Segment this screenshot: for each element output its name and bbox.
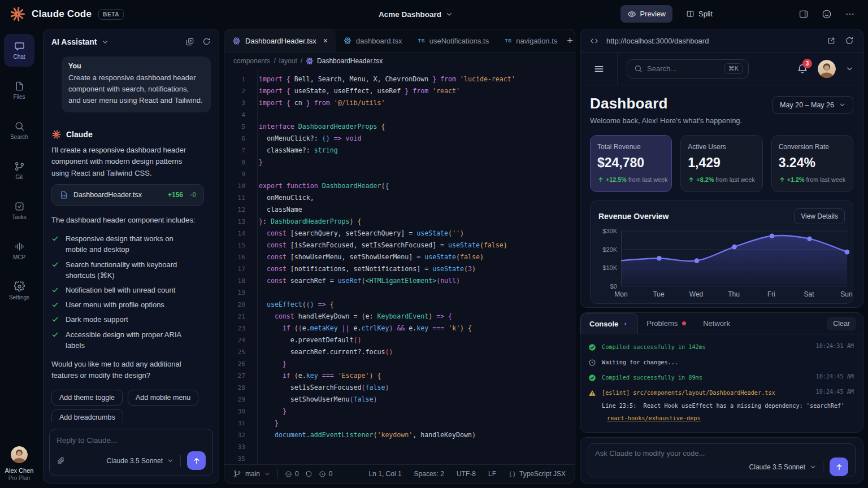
rail-item-tasks[interactable]: Tasks	[4, 194, 34, 227]
rail-item-git[interactable]: Git	[4, 154, 34, 187]
encoding[interactable]: UTF-8	[457, 470, 476, 478]
model-selector[interactable]: Claude 3.5 Sonnet	[107, 457, 174, 465]
cursor-position[interactable]: Ln 1, Col 1	[369, 470, 402, 478]
rail-user[interactable]: Alex Chen Pro Plan	[5, 446, 34, 481]
new-tab-button[interactable]: +	[565, 29, 575, 52]
chat-icon	[14, 41, 25, 51]
assistant-selector[interactable]: AI Assistant	[51, 37, 109, 46]
preview-panel: http://localhost:3000/dashboard Search..…	[580, 29, 863, 308]
code-line-text: const searchRef = useRef(<HTMLigantEleme…	[245, 275, 460, 287]
menu-button[interactable]	[580, 53, 618, 85]
breadcrumb: components/layout/DashboardHeader.tsx	[224, 53, 575, 69]
new-window-icon[interactable]	[185, 37, 194, 46]
view-details-button[interactable]: View Details	[794, 208, 845, 224]
line-number: 14	[224, 228, 245, 239]
reload-icon[interactable]	[845, 36, 854, 45]
console-tab-console[interactable]: Console	[580, 313, 638, 334]
notifications-button[interactable]: 3	[797, 63, 808, 75]
rail-item-settings[interactable]: Settings	[4, 274, 34, 307]
refresh-icon[interactable]	[202, 37, 211, 46]
code-line: 30 }	[224, 406, 575, 417]
line-number: 30	[224, 406, 245, 417]
suggestion-chip[interactable]: Add breadcrumbs	[51, 409, 123, 422]
more-options-button[interactable]	[841, 5, 859, 23]
date-range-picker[interactable]: May 20 – May 26	[772, 96, 853, 114]
rail-item-mcp[interactable]: MCP	[4, 234, 34, 267]
ask-send-button[interactable]	[830, 457, 848, 476]
code-line: 25 searchRef.current?.focus()	[224, 346, 575, 358]
rail-item-chat[interactable]: Chat	[4, 34, 34, 67]
tasks-icon	[14, 201, 25, 212]
editor-tab-useNotifications.ts[interactable]: TSuseNotifications.ts	[410, 29, 497, 52]
y-tick-label: $10K	[602, 264, 617, 271]
clear-console-button[interactable]: Clear	[827, 317, 856, 330]
send-button[interactable]	[187, 451, 206, 470]
project-switcher[interactable]: Acme Dashboard	[379, 0, 453, 28]
console-tab-label: Problems	[646, 319, 678, 328]
branch-name[interactable]: main	[245, 470, 260, 478]
code-line: 15 const [isSearchFocused, setIsSearchFo…	[224, 239, 575, 251]
line-number: 6	[224, 133, 245, 145]
reply-input[interactable]: Reply to Claude... Claude 3.5 Sonnet	[49, 429, 213, 476]
code-line-text: import { Bell, Search, Menu, X, ChevronD…	[245, 73, 515, 85]
suggestion-chip[interactable]: Add mobile menu	[128, 390, 198, 406]
breadcrumb-segment[interactable]: layout	[279, 57, 297, 65]
line-number: 29	[224, 394, 245, 406]
preview-user-avatar[interactable]	[818, 60, 836, 78]
url-input[interactable]: http://localhost:3000/dashboard	[606, 37, 709, 45]
code-line-text: interface DashboardHeaderProps {	[245, 121, 385, 133]
ask-model-selector[interactable]: Claude 3.5 Sonnet	[749, 463, 817, 471]
search-placeholder: Search...	[647, 64, 676, 73]
check-icon	[51, 233, 59, 255]
rail-item-files[interactable]: Files	[4, 74, 34, 107]
console-tab-problems[interactable]: Problems	[638, 313, 695, 334]
code-line: 13}: DashboardHeaderProps) {	[224, 216, 575, 228]
line-number: 8	[224, 156, 245, 168]
feature-checklist: Responsive design that works on mobile a…	[51, 233, 211, 351]
file-chip-name: DashboardHeader.tsx	[73, 191, 142, 199]
panel-layout-button[interactable]	[795, 5, 813, 23]
language-mode[interactable]: TypeScript JSX	[509, 470, 566, 478]
eslint-rule-link[interactable]: react-hooks/exhaustive-deps	[607, 415, 701, 421]
code-editor[interactable]: 1import { Bell, Search, Menu, X, Chevron…	[224, 69, 575, 464]
diff-additions: +156	[168, 191, 183, 199]
ask-input[interactable]: Ask Claude to modify your code... Claude…	[588, 443, 856, 477]
feedback-button[interactable]	[818, 5, 836, 23]
hamburger-icon	[593, 63, 605, 75]
breadcrumb-file[interactable]: DashboardHeader.tsx	[317, 57, 383, 65]
diagnostics[interactable]: 0 0	[285, 470, 332, 478]
console-tab-network[interactable]: Network	[695, 313, 739, 334]
chevron-down-icon[interactable]	[845, 64, 854, 73]
attachment-icon[interactable]	[57, 456, 65, 465]
file-diff-chip[interactable]: DashboardHeader.tsx +156 -0	[51, 184, 204, 206]
code-line: 35	[224, 453, 575, 464]
breadcrumb-segment[interactable]: components	[233, 57, 270, 65]
editor-tab-navigation.ts[interactable]: TSnavigation.ts	[497, 29, 565, 52]
line-number: 10	[224, 180, 245, 192]
success-icon	[588, 374, 597, 382]
code-line: 16 const [showUserMenu, setShowUserMenu]…	[224, 251, 575, 263]
code-line-text: import { useState, useEffect, useRef } f…	[245, 85, 460, 97]
tab-label: navigation.ts	[516, 37, 557, 45]
language-label: TypeScript JSX	[519, 470, 566, 478]
open-external-icon[interactable]	[827, 36, 836, 45]
rail-item-search[interactable]: Search	[4, 114, 34, 147]
code-line-text: const [isSearchFocused, setIsSearchFocus…	[245, 239, 507, 251]
preview-button[interactable]: Preview	[620, 5, 673, 23]
line-number: 20	[224, 299, 245, 311]
indentation[interactable]: Spaces: 2	[414, 470, 444, 478]
stat-label: Active Users	[688, 143, 755, 151]
suggestion-chip[interactable]: Add theme toggle	[51, 390, 123, 406]
code-line: 1import { Bell, Search, Menu, X, Chevron…	[224, 73, 575, 85]
editor-tab-dashboard.tsx[interactable]: dashboard.tsx	[336, 29, 410, 52]
mcp-icon	[14, 241, 25, 252]
close-tab-icon[interactable]: ×	[323, 36, 328, 45]
split-button[interactable]: Split	[679, 5, 719, 23]
preview-search-input[interactable]: Search... ⌘K	[627, 59, 749, 79]
line-number: 17	[224, 263, 245, 275]
eol[interactable]: LF	[488, 470, 496, 478]
file-type-icon	[306, 57, 314, 65]
editor-panel: DashboardHeader.tsx×dashboard.tsxTSuseNo…	[224, 29, 575, 483]
delta-suffix: from last week	[806, 176, 846, 183]
editor-tab-DashboardHeader.tsx[interactable]: DashboardHeader.tsx×	[224, 29, 336, 52]
